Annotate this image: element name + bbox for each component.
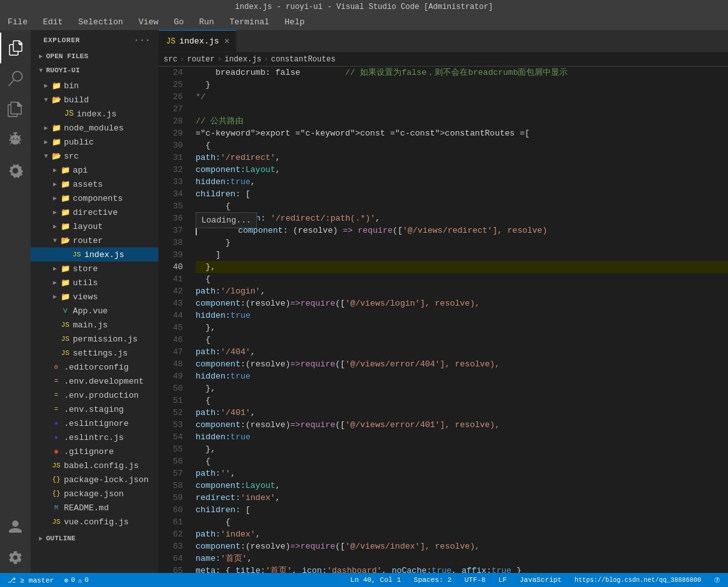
git-branch[interactable]: ⎇ ≥ master — [5, 576, 56, 584]
code-line-35: { — [196, 200, 728, 212]
src-label: src — [64, 152, 79, 161]
code-line-55: }, — [196, 443, 728, 455]
tree-item-api[interactable]: ▶ 📁 api — [31, 163, 159, 177]
tree-item-assets[interactable]: ▶ 📁 assets — [31, 177, 159, 191]
tree-item-env-staging[interactable]: = .env.staging — [31, 402, 159, 416]
warning-count: 0 — [84, 576, 89, 584]
activity-explorer[interactable] — [0, 33, 31, 63]
bin-folder-icon: 📁 — [51, 81, 61, 91]
code-line-53: component: (resolve) => require(['@/view… — [196, 419, 728, 431]
activity-extensions[interactable] — [0, 155, 31, 186]
tab-label: index.js — [179, 36, 219, 46]
tree-item-eslintrc[interactable]: ● .eslintrc.js — [31, 430, 159, 444]
tab-close-button[interactable]: × — [223, 35, 231, 48]
readme-icon: M — [51, 505, 61, 512]
tree-item-readme[interactable]: M README.md — [31, 501, 159, 515]
encoding[interactable]: UTF-8 — [462, 576, 488, 584]
build-label: build — [64, 95, 89, 105]
node-modules-arrow: ▶ — [41, 124, 51, 132]
menu-selection[interactable]: Selection — [75, 16, 125, 28]
project-section[interactable]: ▼ RUOYI-UI — [31, 63, 159, 77]
menu-run[interactable]: Run — [196, 16, 216, 28]
tree-item-router-index[interactable]: JS index.js — [31, 247, 159, 262]
tree-item-components[interactable]: ▶ 📁 components — [31, 191, 159, 205]
tree-item-app-vue[interactable]: V App.vue — [31, 304, 159, 318]
tree-item-env-dev[interactable]: = .env.development — [31, 374, 159, 388]
tree-item-babel[interactable]: JS babel.config.js — [31, 458, 159, 473]
tree-item-build-index[interactable]: JS index.js — [31, 107, 159, 121]
tree-item-permission[interactable]: JS permission.js — [31, 332, 159, 346]
outline-section[interactable]: ▶ OUTLINE — [31, 531, 159, 545]
router-index-arrow — [61, 251, 72, 258]
activity-search[interactable] — [0, 63, 31, 94]
menu-go[interactable]: Go — [171, 16, 187, 28]
code-content[interactable]: breadcrumb: false // 如果设置为false，则不会在brea… — [190, 67, 728, 573]
tree-item-layout[interactable]: ▶ 📁 layout — [31, 219, 159, 233]
code-line-27 — [196, 103, 728, 115]
breadcrumb-symbol[interactable]: constantRoutes — [271, 55, 336, 64]
layout-arrow: ▶ — [50, 223, 60, 230]
title-bar: index.js - ruoyi-ui - Visual Studio Code… — [0, 0, 728, 14]
code-editor: 2425262728293031323334353637383940414243… — [159, 67, 728, 573]
line-ending[interactable]: LF — [496, 576, 509, 584]
breadcrumb-src[interactable]: src — [164, 55, 178, 64]
indent-spaces[interactable]: Spaces: 2 — [411, 576, 454, 584]
node-modules-icon: 📁 — [51, 123, 61, 133]
code-line-64: name: '首页', — [196, 552, 728, 565]
tree-item-node-modules[interactable]: ▶ 📁 node_modules — [31, 121, 159, 135]
breadcrumb-file[interactable]: index.js — [224, 55, 261, 64]
menu-view[interactable]: View — [136, 16, 161, 28]
open-files-section[interactable]: ▶ OPEN FILES — [31, 49, 159, 63]
line-numbers: 2425262728293031323334353637383940414243… — [159, 67, 190, 573]
tab-index-js[interactable]: JS index.js × — [159, 30, 236, 52]
tab-bar: JS index.js × — [159, 30, 728, 52]
tree-item-gitignore[interactable]: ◉ .gitignore — [31, 444, 159, 458]
tree-item-directive[interactable]: ▶ 📁 directive — [31, 205, 159, 219]
directive-label: directive — [73, 208, 118, 217]
language-mode[interactable]: JavaScript — [517, 576, 564, 584]
explorer-actions[interactable]: ··· — [134, 35, 151, 45]
menu-help[interactable]: Help — [282, 16, 307, 28]
tree-item-utils[interactable]: ▶ 📁 utils — [31, 276, 159, 290]
tree-item-main-js[interactable]: JS main.js — [31, 318, 159, 332]
menu-terminal[interactable]: Terminal — [227, 16, 272, 28]
tree-item-vue-config[interactable]: JS vue.config.js — [31, 515, 159, 529]
pkg-json-label: package.json — [64, 489, 124, 499]
code-line-43: component: (resolve) => require(['@/view… — [196, 297, 728, 309]
api-label: api — [73, 166, 88, 175]
activity-account[interactable] — [0, 512, 31, 542]
code-line-45: }, — [196, 322, 728, 334]
src-icon: 📂 — [51, 152, 61, 161]
activity-git[interactable] — [0, 94, 31, 125]
feedback-icon[interactable]: ⑦ — [711, 576, 723, 584]
breadcrumb-router[interactable]: router — [187, 55, 215, 64]
eslintignore-icon: ● — [51, 420, 61, 427]
assets-arrow: ▶ — [50, 180, 60, 188]
main-js-label: main.js — [73, 320, 108, 330]
tree-item-views[interactable]: ▶ 📁 views — [31, 290, 159, 304]
code-line-33: hidden: true, — [196, 176, 728, 188]
error-warning-indicators[interactable]: ⊗ 0 ⚠ 0 — [61, 576, 91, 584]
eslintrc-label: .eslintrc.js — [64, 433, 124, 442]
cursor-position[interactable]: Ln 40, Col 1 — [348, 576, 403, 584]
tree-item-public[interactable]: ▶ 📁 public — [31, 135, 159, 149]
explorer-header: EXPLORER ··· — [31, 30, 159, 48]
tree-item-pkg-json[interactable]: {} package.json — [31, 487, 159, 501]
code-line-58: component: Layout, — [196, 480, 728, 492]
tree-item-bin[interactable]: ▶ 📁 bin — [31, 79, 159, 93]
activity-debug[interactable] — [0, 125, 31, 155]
tree-item-src[interactable]: ▼ 📂 src — [31, 149, 159, 163]
tree-item-build[interactable]: ▼ 📂 build — [31, 93, 159, 107]
status-url[interactable]: https://blog.csdn.net/qq_38886800 — [572, 577, 704, 584]
code-line-44: hidden: true — [196, 309, 728, 322]
tree-item-eslintignore[interactable]: ● .eslintignore — [31, 416, 159, 430]
tree-item-store[interactable]: ▶ 📁 store — [31, 262, 159, 276]
menu-file[interactable]: File — [5, 16, 30, 28]
tree-item-settings[interactable]: JS settings.js — [31, 346, 159, 360]
activity-settings[interactable] — [0, 542, 31, 573]
tree-item-env-prod[interactable]: = .env.production — [31, 388, 159, 402]
menu-edit[interactable]: Edit — [40, 16, 65, 28]
tree-item-pkg-lock[interactable]: {} package-lock.json — [31, 473, 159, 487]
tree-item-router[interactable]: ▼ 📂 router — [31, 233, 159, 247]
tree-item-editorconfig[interactable]: ⚙ .editorconfig — [31, 360, 159, 374]
